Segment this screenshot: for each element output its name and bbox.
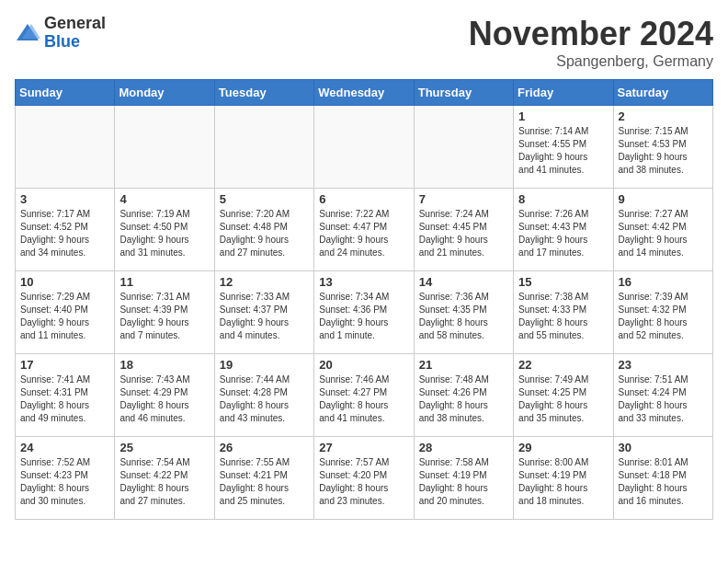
day-number: 2 [619, 109, 708, 123]
weekday-header: Monday [115, 80, 214, 106]
day-info: Sunrise: 7:55 AM Sunset: 4:21 PM Dayligh… [220, 456, 309, 508]
title-block: November 2024 Spangenberg, Germany [469, 15, 713, 70]
calendar-day-cell: 20Sunrise: 7:46 AM Sunset: 4:27 PM Dayli… [314, 354, 414, 437]
day-info: Sunrise: 7:39 AM Sunset: 4:32 PM Dayligh… [619, 291, 708, 342]
day-number: 18 [119, 358, 209, 372]
weekday-header: Wednesday [314, 80, 414, 106]
header: General Blue November 2024 Spangenberg, … [15, 15, 713, 70]
day-number: 25 [119, 441, 209, 454]
day-number: 19 [220, 358, 309, 372]
calendar-day-cell: 3Sunrise: 7:17 AM Sunset: 4:52 PM Daylig… [16, 189, 115, 271]
day-info: Sunrise: 7:44 AM Sunset: 4:28 PM Dayligh… [220, 373, 309, 425]
calendar-week-row: 24Sunrise: 7:52 AM Sunset: 4:23 PM Dayli… [16, 437, 713, 520]
weekday-header: Friday [514, 80, 613, 106]
day-number: 27 [319, 441, 408, 454]
day-info: Sunrise: 7:22 AM Sunset: 4:47 PM Dayligh… [319, 208, 408, 259]
calendar-day-cell: 14Sunrise: 7:36 AM Sunset: 4:35 PM Dayli… [414, 271, 513, 354]
day-info: Sunrise: 7:51 AM Sunset: 4:24 PM Dayligh… [619, 373, 708, 425]
day-info: Sunrise: 7:38 AM Sunset: 4:33 PM Dayligh… [518, 291, 608, 342]
calendar-day-cell [314, 106, 414, 189]
logo-icon [15, 20, 40, 46]
day-info: Sunrise: 7:24 AM Sunset: 4:45 PM Dayligh… [419, 208, 508, 259]
calendar-day-cell: 12Sunrise: 7:33 AM Sunset: 4:37 PM Dayli… [214, 271, 313, 354]
day-number: 4 [119, 192, 209, 206]
calendar-day-cell [115, 106, 214, 189]
calendar-day-cell: 10Sunrise: 7:29 AM Sunset: 4:40 PM Dayli… [16, 271, 115, 354]
calendar-day-cell: 15Sunrise: 7:38 AM Sunset: 4:33 PM Dayli… [514, 271, 613, 354]
day-number: 6 [319, 192, 408, 206]
day-info: Sunrise: 7:36 AM Sunset: 4:35 PM Dayligh… [419, 291, 508, 342]
day-info: Sunrise: 7:17 AM Sunset: 4:52 PM Dayligh… [20, 208, 109, 259]
calendar-day-cell: 27Sunrise: 7:57 AM Sunset: 4:20 PM Dayli… [314, 437, 414, 520]
day-info: Sunrise: 8:01 AM Sunset: 4:18 PM Dayligh… [619, 456, 708, 508]
day-info: Sunrise: 7:29 AM Sunset: 4:40 PM Dayligh… [20, 291, 109, 342]
day-number: 22 [518, 358, 608, 372]
calendar-day-cell: 5Sunrise: 7:20 AM Sunset: 4:48 PM Daylig… [214, 189, 313, 271]
weekday-header: Tuesday [214, 80, 313, 106]
calendar-week-row: 3Sunrise: 7:17 AM Sunset: 4:52 PM Daylig… [16, 189, 713, 271]
calendar-day-cell: 9Sunrise: 7:27 AM Sunset: 4:42 PM Daylig… [613, 189, 712, 271]
calendar-day-cell: 30Sunrise: 8:01 AM Sunset: 4:18 PM Dayli… [613, 437, 712, 520]
calendar-day-cell: 6Sunrise: 7:22 AM Sunset: 4:47 PM Daylig… [314, 189, 414, 271]
day-number: 5 [220, 192, 309, 206]
day-number: 24 [20, 441, 109, 454]
day-number: 12 [220, 275, 309, 289]
day-info: Sunrise: 7:54 AM Sunset: 4:22 PM Dayligh… [119, 456, 209, 508]
calendar-day-cell: 22Sunrise: 7:49 AM Sunset: 4:25 PM Dayli… [514, 354, 613, 437]
calendar-day-cell: 16Sunrise: 7:39 AM Sunset: 4:32 PM Dayli… [613, 271, 712, 354]
day-number: 14 [419, 275, 508, 289]
calendar-day-cell: 21Sunrise: 7:48 AM Sunset: 4:26 PM Dayli… [414, 354, 513, 437]
day-info: Sunrise: 7:27 AM Sunset: 4:42 PM Dayligh… [619, 208, 708, 259]
calendar-day-cell: 19Sunrise: 7:44 AM Sunset: 4:28 PM Dayli… [214, 354, 313, 437]
calendar-table: SundayMondayTuesdayWednesdayThursdayFrid… [15, 79, 713, 520]
day-info: Sunrise: 7:41 AM Sunset: 4:31 PM Dayligh… [20, 373, 109, 425]
calendar-day-cell: 23Sunrise: 7:51 AM Sunset: 4:24 PM Dayli… [613, 354, 712, 437]
day-number: 17 [20, 358, 109, 372]
calendar-day-cell: 2Sunrise: 7:15 AM Sunset: 4:53 PM Daylig… [613, 106, 712, 189]
calendar-day-cell: 1Sunrise: 7:14 AM Sunset: 4:55 PM Daylig… [514, 106, 613, 189]
calendar-day-cell: 8Sunrise: 7:26 AM Sunset: 4:43 PM Daylig… [514, 189, 613, 271]
day-info: Sunrise: 7:20 AM Sunset: 4:48 PM Dayligh… [220, 208, 309, 259]
logo: General Blue [15, 15, 106, 52]
calendar-day-cell: 18Sunrise: 7:43 AM Sunset: 4:29 PM Dayli… [115, 354, 214, 437]
day-info: Sunrise: 7:46 AM Sunset: 4:27 PM Dayligh… [319, 373, 408, 425]
day-info: Sunrise: 8:00 AM Sunset: 4:19 PM Dayligh… [518, 456, 608, 508]
day-info: Sunrise: 7:19 AM Sunset: 4:50 PM Dayligh… [119, 208, 209, 259]
day-info: Sunrise: 7:43 AM Sunset: 4:29 PM Dayligh… [119, 373, 209, 425]
weekday-header: Sunday [16, 80, 115, 106]
calendar-day-cell: 24Sunrise: 7:52 AM Sunset: 4:23 PM Dayli… [16, 437, 115, 520]
weekday-header: Thursday [414, 80, 513, 106]
calendar-day-cell [214, 106, 313, 189]
day-info: Sunrise: 7:48 AM Sunset: 4:26 PM Dayligh… [419, 373, 508, 425]
day-info: Sunrise: 7:26 AM Sunset: 4:43 PM Dayligh… [518, 208, 608, 259]
day-info: Sunrise: 7:52 AM Sunset: 4:23 PM Dayligh… [20, 456, 109, 508]
day-info: Sunrise: 7:31 AM Sunset: 4:39 PM Dayligh… [119, 291, 209, 342]
day-number: 28 [419, 441, 508, 454]
calendar-day-cell: 26Sunrise: 7:55 AM Sunset: 4:21 PM Dayli… [214, 437, 313, 520]
calendar-day-cell: 11Sunrise: 7:31 AM Sunset: 4:39 PM Dayli… [115, 271, 214, 354]
location-text: Spangenberg, Germany [469, 53, 713, 70]
day-number: 29 [518, 441, 608, 454]
day-number: 10 [20, 275, 109, 289]
calendar-day-cell: 17Sunrise: 7:41 AM Sunset: 4:31 PM Dayli… [16, 354, 115, 437]
logo-blue-text: Blue [44, 33, 106, 52]
calendar-header-row: SundayMondayTuesdayWednesdayThursdayFrid… [16, 80, 713, 106]
month-title: November 2024 [469, 15, 713, 53]
day-number: 21 [419, 358, 508, 372]
day-info: Sunrise: 7:58 AM Sunset: 4:19 PM Dayligh… [419, 456, 508, 508]
day-number: 8 [518, 192, 608, 206]
day-number: 23 [619, 358, 708, 372]
day-number: 15 [518, 275, 608, 289]
weekday-header: Saturday [613, 80, 712, 106]
day-info: Sunrise: 7:14 AM Sunset: 4:55 PM Dayligh… [518, 125, 608, 177]
calendar-day-cell: 4Sunrise: 7:19 AM Sunset: 4:50 PM Daylig… [115, 189, 214, 271]
calendar-day-cell [16, 106, 115, 189]
calendar-day-cell: 7Sunrise: 7:24 AM Sunset: 4:45 PM Daylig… [414, 189, 513, 271]
calendar-day-cell: 25Sunrise: 7:54 AM Sunset: 4:22 PM Dayli… [115, 437, 214, 520]
day-info: Sunrise: 7:57 AM Sunset: 4:20 PM Dayligh… [319, 456, 408, 508]
day-number: 26 [220, 441, 309, 454]
day-number: 30 [619, 441, 708, 454]
calendar-week-row: 1Sunrise: 7:14 AM Sunset: 4:55 PM Daylig… [16, 106, 713, 189]
day-number: 9 [619, 192, 708, 206]
calendar-day-cell: 29Sunrise: 8:00 AM Sunset: 4:19 PM Dayli… [514, 437, 613, 520]
